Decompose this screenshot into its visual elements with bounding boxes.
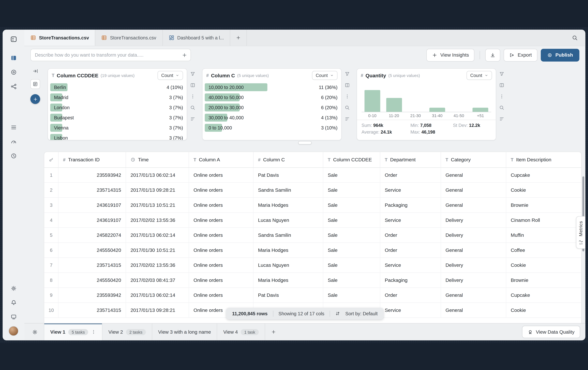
gauge-icon[interactable]: [10, 139, 17, 145]
submit-prompt-icon[interactable]: [182, 52, 187, 58]
list-icon[interactable]: [10, 124, 17, 131]
search-icon[interactable]: [345, 105, 350, 110]
sidebar-nav-top: [10, 55, 17, 90]
table-cell: Cookie: [506, 183, 581, 197]
profile-value-row[interactable]: 30,000 to 40,0004 (13%): [202, 113, 341, 123]
table-row[interactable]: 12355939422017/01/13 06:02:14Online orde…: [44, 168, 581, 183]
connections-icon[interactable]: [10, 83, 17, 90]
profile-value-row[interactable]: 20,000 to 30,0006 (20%): [202, 102, 341, 112]
column-header[interactable]: TColumn A: [189, 152, 253, 167]
search-icon[interactable]: [499, 105, 504, 110]
column-header[interactable]: Time: [126, 152, 189, 167]
user-avatar[interactable]: [9, 326, 18, 336]
column-header[interactable]: TCategory: [441, 152, 506, 167]
histogram-bar[interactable]: [364, 90, 380, 112]
view-tab[interactable]: View 41 task: [217, 324, 265, 340]
filter-icon[interactable]: [345, 71, 350, 76]
data-view-icon[interactable]: [10, 55, 17, 61]
profile-value-row[interactable]: Vienna3 (7%): [48, 123, 187, 133]
columns-icon[interactable]: [499, 83, 504, 88]
table-row[interactable]: 52458220742017/01/13 06:02:14Online orde…: [44, 228, 581, 243]
column-header[interactable]: TItem Description: [506, 152, 581, 167]
stat-value: 46,198: [421, 130, 435, 135]
table-row[interactable]: 42436191072017/02/02 13:55:36Online orde…: [44, 213, 581, 228]
expand-panel-icon[interactable]: [32, 68, 38, 74]
dataset-icon: [32, 81, 38, 87]
add-card-button[interactable]: [30, 94, 40, 104]
more-options-icon[interactable]: [345, 94, 350, 99]
column-header[interactable]: TDepartment: [380, 152, 441, 167]
row-number: 5: [44, 228, 58, 242]
view-insights-button[interactable]: View Insights: [426, 49, 474, 61]
column-header[interactable]: TColumn CCDDEE: [323, 152, 380, 167]
history-icon[interactable]: [10, 153, 17, 159]
aggregation-dropdown[interactable]: Count: [158, 71, 183, 80]
stat-value: 12.2k: [469, 123, 480, 128]
histogram-bar[interactable]: [429, 108, 445, 112]
table-row[interactable]: 32436191072017/01/13 10:51:21Online orde…: [44, 198, 581, 213]
sort-icon[interactable]: [190, 116, 195, 121]
row-key-header[interactable]: [44, 152, 58, 167]
aggregation-dropdown[interactable]: Count: [467, 71, 492, 80]
metrics-panel-tab[interactable]: Metrics 123: [576, 216, 585, 249]
app-logo-icon[interactable]: [10, 36, 17, 43]
download-button[interactable]: [485, 49, 501, 61]
profile-value-row[interactable]: Madrid3 (7%): [48, 92, 187, 102]
view-tab[interactable]: View 3 with a long name: [152, 324, 217, 340]
metrics-tab-label: Metrics: [578, 221, 584, 236]
histogram-bar[interactable]: [386, 98, 402, 112]
filter-icon[interactable]: [499, 71, 504, 76]
aggregation-label: Count: [161, 73, 173, 78]
table-row[interactable]: 62455504202017/01/30 10:51:21Online orde…: [44, 243, 581, 258]
view-data-quality-button[interactable]: View Data Quality: [522, 326, 580, 338]
sort-icon[interactable]: [345, 116, 350, 121]
panel-resize-handle[interactable]: [298, 141, 312, 144]
profile-value-row[interactable]: Berlin4 (10%): [48, 82, 187, 92]
sort-icon[interactable]: [499, 116, 504, 121]
profile-value-row[interactable]: 40,000 to 50,0006 (20%): [202, 92, 341, 102]
new-tab-button[interactable]: [230, 30, 247, 46]
settings-icon[interactable]: [10, 285, 17, 292]
document-tab[interactable]: Dashboard 5 with a l...: [163, 30, 230, 46]
profile-value-row[interactable]: Budapest3 (7%): [48, 113, 187, 123]
table-cell: Sale: [323, 288, 380, 303]
more-options-icon[interactable]: [190, 94, 195, 99]
add-view-button[interactable]: [265, 324, 282, 340]
document-tab[interactable]: StoreTransactions.csv: [95, 30, 163, 46]
more-options-icon[interactable]: [499, 94, 504, 99]
feedback-icon[interactable]: [10, 314, 17, 320]
profile-value-row[interactable]: London3 (7%): [48, 102, 187, 112]
columns-icon[interactable]: [345, 83, 350, 88]
table-row[interactable]: 92355939422017/01/13 06:02:14Online orde…: [44, 288, 581, 303]
view-tab[interactable]: View 22 tasks: [102, 324, 152, 340]
table-cell: 243619107: [58, 198, 126, 212]
table-cell: General: [441, 288, 506, 303]
sort-by-control[interactable]: Sort by: Default: [345, 311, 378, 316]
dataset-chip[interactable]: [30, 79, 40, 89]
search-icon[interactable]: [572, 35, 578, 41]
columns-icon[interactable]: [190, 83, 195, 88]
export-button[interactable]: Export: [504, 49, 537, 61]
profile-value-row[interactable]: 0 to 10,0003 (10%): [202, 123, 341, 133]
target-icon[interactable]: [10, 69, 17, 76]
aggregation-dropdown[interactable]: Count: [312, 71, 337, 80]
document-tab[interactable]: StoreTransactions.csv: [24, 30, 95, 46]
profile-value-row[interactable]: Lisbon3 (7%): [48, 133, 187, 140]
table-row[interactable]: 72357143152017/02/02 13:55:36Online orde…: [44, 258, 581, 273]
table-row[interactable]: 22357143152017/01/13 09:28:21Online orde…: [44, 183, 581, 198]
publish-button[interactable]: Publish: [541, 49, 579, 61]
profile-value-row[interactable]: 10,000 to 20,00011 (36%): [202, 82, 341, 92]
data-table: #Transaction IDTimeTColumn A#Column CTCo…: [44, 152, 582, 323]
column-header[interactable]: #Column C: [253, 152, 323, 167]
notifications-icon[interactable]: [10, 300, 17, 306]
table-row[interactable]: 82455504202017/02/03 08:41:37Online orde…: [44, 273, 581, 288]
column-header[interactable]: #Transaction ID: [58, 152, 126, 167]
histogram-bar[interactable]: [472, 108, 488, 112]
view-options-icon[interactable]: [91, 329, 96, 334]
profile-card-title: Column C: [211, 73, 235, 78]
filter-icon[interactable]: [190, 71, 195, 76]
prompt-input[interactable]: [30, 49, 191, 61]
search-icon[interactable]: [190, 105, 195, 110]
view-tab[interactable]: View 15 tasks: [44, 324, 102, 340]
views-settings-icon[interactable]: [32, 329, 38, 335]
